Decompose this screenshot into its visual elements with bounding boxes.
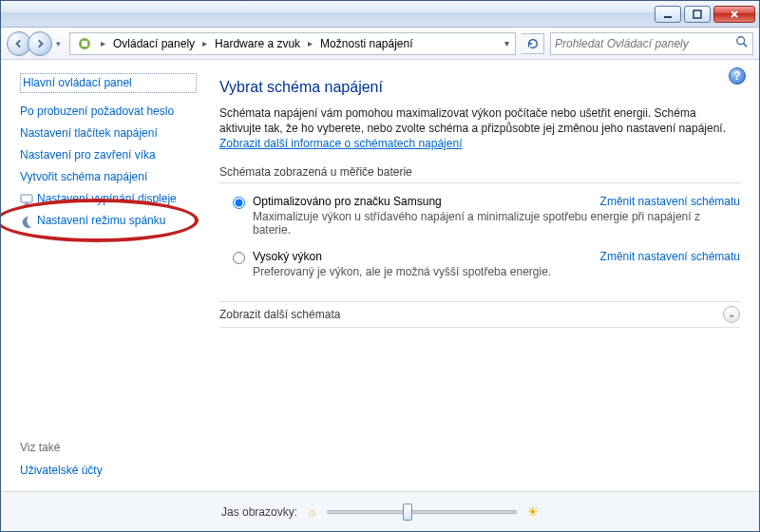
address-breadcrumb[interactable]: ▸ Ovládací panely ▸ Hardware a zvuk ▸ Mo… xyxy=(69,32,516,55)
brightness-slider[interactable] xyxy=(327,503,517,522)
maximize-button[interactable] xyxy=(684,6,711,23)
svg-rect-1 xyxy=(694,10,701,18)
chevron-right-icon: ▸ xyxy=(97,38,109,48)
brightness-footer: Jas obrazovky: ☼ ☀ xyxy=(1,491,759,531)
plan-description: Preferovaný je výkon, ale je možná vyšší… xyxy=(253,265,740,278)
sidebar: Hlavní ovládací panel Po probuzení požad… xyxy=(1,60,200,491)
window-titlebar xyxy=(1,1,759,28)
page-title: Vybrat schéma napájení xyxy=(219,79,740,96)
plan-name: Vysoký výkon xyxy=(253,250,322,263)
svg-point-4 xyxy=(737,37,745,45)
sidebar-link-display-off[interactable]: Nastavení vypínání displeje xyxy=(37,188,177,210)
close-button[interactable] xyxy=(713,6,755,23)
sun-high-icon: ☀ xyxy=(526,504,539,521)
intro-more-link[interactable]: Zobrazit další informace o schématech na… xyxy=(219,137,462,150)
search-icon[interactable] xyxy=(735,35,749,51)
history-dropdown-icon[interactable]: ▾ xyxy=(52,35,64,52)
svg-line-5 xyxy=(744,44,748,48)
intro-text: Schémata napájení vám pomohou maximalizo… xyxy=(219,105,740,152)
svg-rect-6 xyxy=(21,195,32,202)
minimize-button[interactable] xyxy=(655,6,681,23)
breadcrumb-segment[interactable]: Možnosti napájení xyxy=(316,35,416,52)
sidebar-link-user-accounts[interactable]: Uživatelské účty xyxy=(20,460,197,482)
change-plan-settings-link[interactable]: Změnit nastavení schématu xyxy=(600,195,740,208)
sidebar-link-lid-close[interactable]: Nastavení pro zavření víka xyxy=(20,144,197,166)
sidebar-link-power-buttons[interactable]: Nastavení tlačítek napájení xyxy=(20,123,197,144)
search-input[interactable] xyxy=(555,37,735,50)
sidebar-link-create-plan[interactable]: Vytvořit schéma napájení xyxy=(20,166,197,188)
chevron-right-icon: ▸ xyxy=(199,38,211,48)
power-options-window: ▾ ▸ Ovládací panely ▸ Hardware a zvuk ▸ … xyxy=(0,0,760,532)
plan-description: Maximalizuje výkon u střídavého napájení… xyxy=(253,210,740,237)
sun-low-icon: ☼ xyxy=(307,505,317,519)
sidebar-link-require-password[interactable]: Po probuzení požadovat heslo xyxy=(20,101,197,123)
see-also-label: Viz také xyxy=(20,441,197,454)
show-additional-plans-row[interactable]: Zobrazit další schémata ⌄ xyxy=(219,301,740,328)
chevron-down-icon[interactable]: ▾ xyxy=(501,38,513,48)
window-body: Hlavní ovládací panel Po probuzení požad… xyxy=(1,60,759,491)
power-plan-option: Vysoký výkon Změnit nastavení schématu P… xyxy=(219,248,740,280)
breadcrumb-segment[interactable]: Ovládací panely xyxy=(109,35,199,52)
control-panel-home-link[interactable]: Hlavní ovládací panel xyxy=(20,73,197,93)
chevron-down-icon: ⌄ xyxy=(723,306,740,323)
plan-radio-high-performance[interactable] xyxy=(233,252,245,264)
help-icon[interactable]: ? xyxy=(729,67,746,85)
intro-text-body: Schémata napájení vám pomohou maximalizo… xyxy=(219,106,726,135)
show-additional-plans-label: Zobrazit další schémata xyxy=(219,308,340,321)
control-panel-icon xyxy=(76,35,93,52)
section-heading-plans: Schémata zobrazená u měřiče baterie xyxy=(219,162,740,183)
svg-rect-0 xyxy=(664,16,672,18)
brightness-label: Jas obrazovky: xyxy=(221,505,297,519)
plan-radio-samsung[interactable] xyxy=(233,197,245,209)
power-plan-option: Optimalizováno pro značku Samsung Změnit… xyxy=(219,193,740,238)
nav-back-forward: ▾ xyxy=(7,31,64,56)
sidebar-link-sleep-mode[interactable]: Nastavení režimu spánku xyxy=(37,210,165,232)
chevron-right-icon: ▸ xyxy=(304,38,316,48)
display-off-icon xyxy=(20,193,33,206)
forward-button[interactable] xyxy=(28,31,52,56)
plan-name: Optimalizováno pro značku Samsung xyxy=(253,195,442,208)
navigation-bar: ▾ ▸ Ovládací panely ▸ Hardware a zvuk ▸ … xyxy=(1,28,759,60)
slider-track xyxy=(327,510,517,514)
breadcrumb-segment[interactable]: Hardware a zvuk xyxy=(211,35,304,52)
refresh-button[interactable] xyxy=(522,33,544,54)
slider-thumb[interactable] xyxy=(403,504,412,521)
svg-rect-7 xyxy=(25,203,28,205)
main-content: ? Vybrat schéma napájení Schémata napáje… xyxy=(200,60,759,491)
svg-rect-3 xyxy=(82,41,87,47)
search-box[interactable] xyxy=(550,32,753,55)
sleep-icon xyxy=(20,215,33,228)
change-plan-settings-link[interactable]: Změnit nastavení schématu xyxy=(600,250,740,263)
